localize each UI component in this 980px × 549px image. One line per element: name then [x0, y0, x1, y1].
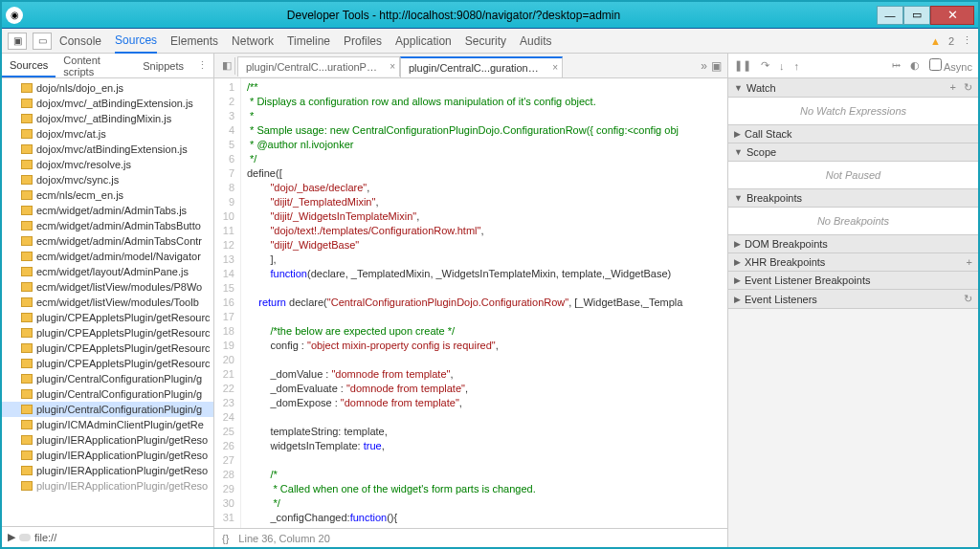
add-icon[interactable]: +: [967, 256, 972, 268]
folder-icon: [21, 221, 33, 231]
pretty-print-icon[interactable]: {}: [222, 533, 229, 544]
file-node[interactable]: ecm/widget/admin/model/Navigator: [2, 249, 213, 264]
file-node[interactable]: plugin/CPEAppletsPlugin/getResourc: [2, 356, 213, 371]
filepane-tab-snippets[interactable]: Snippets: [135, 55, 191, 77]
editor-tab[interactable]: plugin/CentralC...gurationRow.js×: [400, 56, 563, 77]
file-node[interactable]: plugin/ICMAdminClientPlugin/getRe: [2, 417, 213, 432]
file-node[interactable]: dojox/mvc/resolve.js: [2, 157, 213, 172]
pause-exceptions-icon[interactable]: ◐: [910, 59, 920, 72]
folder-icon: [21, 389, 33, 399]
panel-tab-audits[interactable]: Audits: [520, 30, 551, 53]
close-button[interactable]: ✕: [930, 6, 974, 25]
file-node[interactable]: ecm/nls/ecm_en.js: [2, 187, 213, 203]
add-icon[interactable]: +: [950, 81, 956, 94]
folder-icon: [21, 160, 33, 169]
section-title: Watch: [746, 82, 776, 94]
section-breakpoints[interactable]: ▼Breakpoints: [728, 189, 978, 208]
close-tab-icon[interactable]: ×: [390, 61, 395, 72]
file-node[interactable]: plugin/CPEAppletsPlugin/getResourc: [2, 325, 213, 340]
devtools-toolbar: ▣ ▭ ConsoleSourcesElementsNetworkTimelin…: [2, 29, 978, 54]
more-tabs-icon[interactable]: »: [701, 59, 707, 73]
folder-icon: [21, 450, 33, 460]
history-button[interactable]: ◧: [218, 57, 235, 75]
file-node[interactable]: dojox/mvc/_atBindingMixin.js: [2, 111, 213, 126]
section-title: Call Stack: [745, 128, 792, 140]
section-event-listener-breakpoints[interactable]: ▶Event Listener Breakpoints: [728, 272, 978, 290]
code-area[interactable]: /** * Displays a configuration row and a…: [241, 78, 727, 528]
device-toggle-icon[interactable]: ▭: [33, 33, 52, 50]
folder-icon: [21, 420, 33, 429]
inspect-element-icon[interactable]: ▣: [8, 33, 27, 50]
file-node[interactable]: dojox/mvc/_atBindingExtension.js: [2, 96, 213, 111]
line-gutter: 1234567891011121314151617181920212223242…: [214, 78, 241, 528]
folder-icon: [21, 175, 33, 185]
file-node[interactable]: plugin/CPEAppletsPlugin/getResourc: [2, 340, 213, 356]
maximize-button[interactable]: ▭: [903, 6, 930, 25]
panel-tab-security[interactable]: Security: [465, 30, 506, 53]
panel-tab-network[interactable]: Network: [232, 30, 274, 53]
file-node[interactable]: plugin/IERApplicationPlugin/getReso: [2, 478, 213, 494]
file-node[interactable]: dojox/mvc/sync.js: [2, 172, 213, 187]
chrome-icon: ◉: [6, 7, 23, 24]
step-over-icon[interactable]: ↷: [761, 59, 769, 72]
file-node[interactable]: ecm/widget/layout/AdminPane.js: [2, 264, 213, 279]
expand-arrow-icon[interactable]: ▶: [8, 531, 15, 543]
deactivate-breakpoints-icon[interactable]: ⤠: [892, 59, 901, 72]
step-out-icon[interactable]: ↑: [794, 60, 800, 72]
titlebar: ◉ Developer Tools - http://localhost:908…: [2, 2, 978, 29]
file-pane-menu-icon[interactable]: ⋮: [191, 59, 213, 72]
file-node[interactable]: plugin/CentralConfigurationPlugin/g: [2, 386, 213, 402]
panel-tab-application[interactable]: Application: [395, 30, 452, 53]
section-body: No Watch Expressions: [728, 98, 978, 125]
editor-tab[interactable]: plugin/CentralC...urationPane.js×: [237, 56, 400, 77]
file-label: plugin/IERApplicationPlugin/getReso: [36, 434, 208, 446]
file-node[interactable]: plugin/CPEAppletsPlugin/getResourc: [2, 310, 213, 325]
file-node[interactable]: plugin/IERApplicationPlugin/getReso: [2, 463, 213, 478]
file-label: plugin/CPEAppletsPlugin/getResourc: [36, 358, 211, 369]
file-node[interactable]: dojo/nls/dojo_en.js: [2, 80, 213, 96]
file-node[interactable]: ecm/widget/listView/modules/P8Wo: [2, 279, 213, 295]
filepane-tab-sources[interactable]: Sources: [2, 55, 56, 77]
minimize-button[interactable]: —: [877, 6, 903, 25]
file-label: ecm/widget/listView/modules/Toolb: [36, 296, 199, 308]
file-label: plugin/CPEAppletsPlugin/getResourc: [36, 312, 211, 323]
file-node[interactable]: plugin/CentralConfigurationPlugin/g: [2, 402, 213, 417]
folder-icon: [21, 83, 33, 93]
section-call-stack[interactable]: ▶Call Stack: [728, 125, 978, 143]
section-body: No Breakpoints: [728, 208, 978, 235]
file-node[interactable]: plugin/IERApplicationPlugin/getReso: [2, 432, 213, 448]
section-dom-breakpoints[interactable]: ▶DOM Breakpoints: [728, 235, 978, 253]
folder-icon: [21, 99, 33, 108]
file-label: dojox/mvc/atBindingExtension.js: [36, 143, 188, 155]
folder-icon: [21, 190, 33, 200]
more-icon[interactable]: ⋮: [962, 34, 972, 47]
panel-tab-timeline[interactable]: Timeline: [287, 30, 330, 53]
panel-tab-elements[interactable]: Elements: [170, 30, 218, 53]
close-tab-icon[interactable]: ×: [552, 62, 558, 73]
warning-icon[interactable]: ▲: [930, 35, 941, 47]
folder-icon: [21, 114, 33, 123]
file-node[interactable]: ecm/widget/admin/AdminTabsButto: [2, 218, 213, 233]
file-node[interactable]: dojox/mvc/atBindingExtension.js: [2, 142, 213, 157]
file-node[interactable]: plugin/IERApplicationPlugin/getReso: [2, 448, 213, 463]
dock-icon[interactable]: ▣: [711, 59, 722, 73]
refresh-icon[interactable]: ↻: [964, 293, 972, 305]
file-node[interactable]: ecm/widget/listView/modules/Toolb: [2, 295, 213, 310]
filepane-tab-content-scripts[interactable]: Content scripts: [56, 50, 135, 82]
file-node[interactable]: ecm/widget/admin/AdminTabs.js: [2, 203, 213, 218]
file-pane-footer[interactable]: ▶ file://: [2, 526, 213, 547]
panel-tab-profiles[interactable]: Profiles: [344, 30, 382, 53]
file-node[interactable]: plugin/CentralConfigurationPlugin/g: [2, 371, 213, 386]
section-xhr-breakpoints[interactable]: ▶XHR Breakpoints+: [728, 253, 978, 272]
section-scope[interactable]: ▼Scope: [728, 143, 978, 162]
folder-icon: [21, 282, 33, 292]
section-watch[interactable]: ▼Watch+↻: [728, 78, 978, 98]
section-event-listeners[interactable]: ▶Event Listeners↻: [728, 290, 978, 309]
file-node[interactable]: dojox/mvc/at.js: [2, 126, 213, 142]
pause-icon[interactable]: ❚❚: [734, 59, 751, 72]
file-node[interactable]: ecm/widget/admin/AdminTabsContr: [2, 233, 213, 249]
refresh-icon[interactable]: ↻: [964, 81, 972, 94]
file-label: ecm/widget/admin/model/Navigator: [36, 251, 201, 262]
step-into-icon[interactable]: ↓: [779, 60, 785, 72]
async-checkbox[interactable]: Async: [929, 58, 972, 73]
